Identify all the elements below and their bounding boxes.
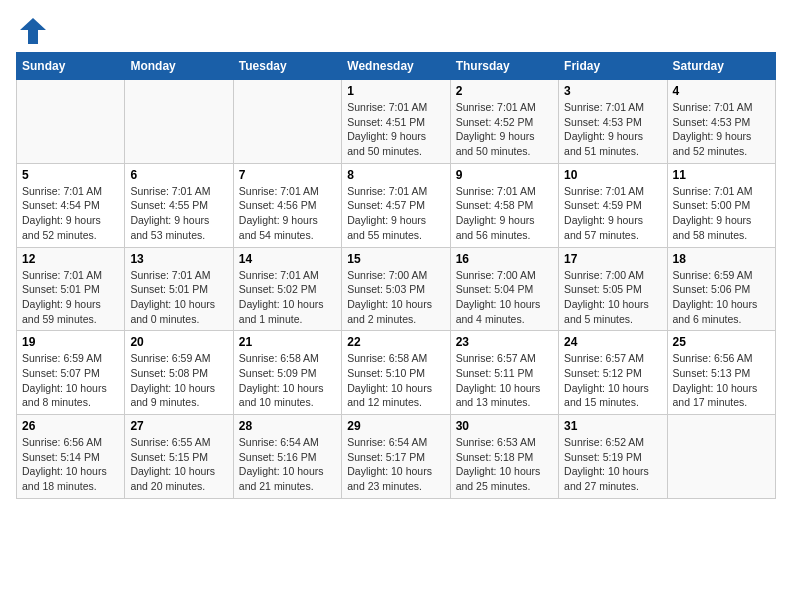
calendar-cell: 29Sunrise: 6:54 AMSunset: 5:17 PMDayligh…: [342, 415, 450, 499]
day-info: Sunrise: 6:54 AMSunset: 5:17 PMDaylight:…: [347, 435, 444, 494]
calendar-cell: 19Sunrise: 6:59 AMSunset: 5:07 PMDayligh…: [17, 331, 125, 415]
day-info: Sunrise: 6:55 AMSunset: 5:15 PMDaylight:…: [130, 435, 227, 494]
day-info: Sunrise: 6:58 AMSunset: 5:09 PMDaylight:…: [239, 351, 336, 410]
week-row-2: 5Sunrise: 7:01 AMSunset: 4:54 PMDaylight…: [17, 163, 776, 247]
day-info: Sunrise: 7:01 AMSunset: 5:01 PMDaylight:…: [22, 268, 119, 327]
day-number: 20: [130, 335, 227, 349]
day-number: 24: [564, 335, 661, 349]
day-number: 25: [673, 335, 770, 349]
calendar-cell: 31Sunrise: 6:52 AMSunset: 5:19 PMDayligh…: [559, 415, 667, 499]
weekday-header-wednesday: Wednesday: [342, 53, 450, 80]
day-info: Sunrise: 6:58 AMSunset: 5:10 PMDaylight:…: [347, 351, 444, 410]
calendar-cell: 23Sunrise: 6:57 AMSunset: 5:11 PMDayligh…: [450, 331, 558, 415]
day-number: 17: [564, 252, 661, 266]
day-info: Sunrise: 6:54 AMSunset: 5:16 PMDaylight:…: [239, 435, 336, 494]
calendar-cell: 5Sunrise: 7:01 AMSunset: 4:54 PMDaylight…: [17, 163, 125, 247]
calendar-cell: 25Sunrise: 6:56 AMSunset: 5:13 PMDayligh…: [667, 331, 775, 415]
day-info: Sunrise: 7:01 AMSunset: 5:01 PMDaylight:…: [130, 268, 227, 327]
day-number: 8: [347, 168, 444, 182]
calendar-cell: 12Sunrise: 7:01 AMSunset: 5:01 PMDayligh…: [17, 247, 125, 331]
day-number: 15: [347, 252, 444, 266]
calendar-cell: 20Sunrise: 6:59 AMSunset: 5:08 PMDayligh…: [125, 331, 233, 415]
day-number: 29: [347, 419, 444, 433]
day-number: 4: [673, 84, 770, 98]
day-number: 23: [456, 335, 553, 349]
day-info: Sunrise: 7:00 AMSunset: 5:04 PMDaylight:…: [456, 268, 553, 327]
calendar-cell: 8Sunrise: 7:01 AMSunset: 4:57 PMDaylight…: [342, 163, 450, 247]
calendar-cell: [233, 80, 341, 164]
calendar-cell: [667, 415, 775, 499]
calendar-cell: 13Sunrise: 7:01 AMSunset: 5:01 PMDayligh…: [125, 247, 233, 331]
day-number: 22: [347, 335, 444, 349]
day-number: 16: [456, 252, 553, 266]
calendar-cell: 21Sunrise: 6:58 AMSunset: 5:09 PMDayligh…: [233, 331, 341, 415]
calendar-cell: 17Sunrise: 7:00 AMSunset: 5:05 PMDayligh…: [559, 247, 667, 331]
day-number: 6: [130, 168, 227, 182]
weekday-header-row: SundayMondayTuesdayWednesdayThursdayFrid…: [17, 53, 776, 80]
weekday-header-friday: Friday: [559, 53, 667, 80]
calendar-cell: 2Sunrise: 7:01 AMSunset: 4:52 PMDaylight…: [450, 80, 558, 164]
calendar-cell: 7Sunrise: 7:01 AMSunset: 4:56 PMDaylight…: [233, 163, 341, 247]
day-info: Sunrise: 7:01 AMSunset: 4:52 PMDaylight:…: [456, 100, 553, 159]
week-row-1: 1Sunrise: 7:01 AMSunset: 4:51 PMDaylight…: [17, 80, 776, 164]
day-info: Sunrise: 7:00 AMSunset: 5:03 PMDaylight:…: [347, 268, 444, 327]
day-info: Sunrise: 7:01 AMSunset: 5:00 PMDaylight:…: [673, 184, 770, 243]
calendar-cell: 30Sunrise: 6:53 AMSunset: 5:18 PMDayligh…: [450, 415, 558, 499]
weekday-header-saturday: Saturday: [667, 53, 775, 80]
day-info: Sunrise: 7:01 AMSunset: 4:56 PMDaylight:…: [239, 184, 336, 243]
day-info: Sunrise: 6:52 AMSunset: 5:19 PMDaylight:…: [564, 435, 661, 494]
day-info: Sunrise: 6:56 AMSunset: 5:13 PMDaylight:…: [673, 351, 770, 410]
day-number: 18: [673, 252, 770, 266]
day-number: 7: [239, 168, 336, 182]
calendar-cell: 3Sunrise: 7:01 AMSunset: 4:53 PMDaylight…: [559, 80, 667, 164]
day-number: 21: [239, 335, 336, 349]
calendar-cell: 18Sunrise: 6:59 AMSunset: 5:06 PMDayligh…: [667, 247, 775, 331]
day-number: 1: [347, 84, 444, 98]
day-info: Sunrise: 6:59 AMSunset: 5:07 PMDaylight:…: [22, 351, 119, 410]
day-number: 3: [564, 84, 661, 98]
day-info: Sunrise: 7:01 AMSunset: 4:53 PMDaylight:…: [673, 100, 770, 159]
calendar-cell: 1Sunrise: 7:01 AMSunset: 4:51 PMDaylight…: [342, 80, 450, 164]
calendar-cell: 9Sunrise: 7:01 AMSunset: 4:58 PMDaylight…: [450, 163, 558, 247]
day-info: Sunrise: 7:01 AMSunset: 4:59 PMDaylight:…: [564, 184, 661, 243]
day-number: 5: [22, 168, 119, 182]
calendar-cell: 28Sunrise: 6:54 AMSunset: 5:16 PMDayligh…: [233, 415, 341, 499]
calendar-cell: 22Sunrise: 6:58 AMSunset: 5:10 PMDayligh…: [342, 331, 450, 415]
page-header: [16, 16, 776, 42]
weekday-header-sunday: Sunday: [17, 53, 125, 80]
day-number: 14: [239, 252, 336, 266]
day-info: Sunrise: 6:53 AMSunset: 5:18 PMDaylight:…: [456, 435, 553, 494]
day-number: 26: [22, 419, 119, 433]
day-info: Sunrise: 7:01 AMSunset: 4:55 PMDaylight:…: [130, 184, 227, 243]
day-number: 28: [239, 419, 336, 433]
weekday-header-tuesday: Tuesday: [233, 53, 341, 80]
day-info: Sunrise: 7:01 AMSunset: 5:02 PMDaylight:…: [239, 268, 336, 327]
calendar-table: SundayMondayTuesdayWednesdayThursdayFrid…: [16, 52, 776, 499]
day-info: Sunrise: 6:56 AMSunset: 5:14 PMDaylight:…: [22, 435, 119, 494]
calendar-cell: 16Sunrise: 7:00 AMSunset: 5:04 PMDayligh…: [450, 247, 558, 331]
day-info: Sunrise: 7:01 AMSunset: 4:51 PMDaylight:…: [347, 100, 444, 159]
day-number: 9: [456, 168, 553, 182]
calendar-cell: [125, 80, 233, 164]
calendar-cell: 10Sunrise: 7:01 AMSunset: 4:59 PMDayligh…: [559, 163, 667, 247]
day-number: 31: [564, 419, 661, 433]
day-number: 10: [564, 168, 661, 182]
calendar-cell: 6Sunrise: 7:01 AMSunset: 4:55 PMDaylight…: [125, 163, 233, 247]
weekday-header-thursday: Thursday: [450, 53, 558, 80]
calendar-cell: 11Sunrise: 7:01 AMSunset: 5:00 PMDayligh…: [667, 163, 775, 247]
calendar-cell: 26Sunrise: 6:56 AMSunset: 5:14 PMDayligh…: [17, 415, 125, 499]
day-info: Sunrise: 6:59 AMSunset: 5:06 PMDaylight:…: [673, 268, 770, 327]
svg-marker-0: [20, 18, 46, 44]
day-info: Sunrise: 6:57 AMSunset: 5:12 PMDaylight:…: [564, 351, 661, 410]
day-number: 13: [130, 252, 227, 266]
day-info: Sunrise: 6:57 AMSunset: 5:11 PMDaylight:…: [456, 351, 553, 410]
day-info: Sunrise: 7:01 AMSunset: 4:54 PMDaylight:…: [22, 184, 119, 243]
day-number: 12: [22, 252, 119, 266]
logo-icon: [18, 16, 48, 46]
calendar-cell: 14Sunrise: 7:01 AMSunset: 5:02 PMDayligh…: [233, 247, 341, 331]
calendar-cell: 24Sunrise: 6:57 AMSunset: 5:12 PMDayligh…: [559, 331, 667, 415]
calendar-cell: 27Sunrise: 6:55 AMSunset: 5:15 PMDayligh…: [125, 415, 233, 499]
logo: [16, 16, 48, 42]
weekday-header-monday: Monday: [125, 53, 233, 80]
week-row-3: 12Sunrise: 7:01 AMSunset: 5:01 PMDayligh…: [17, 247, 776, 331]
